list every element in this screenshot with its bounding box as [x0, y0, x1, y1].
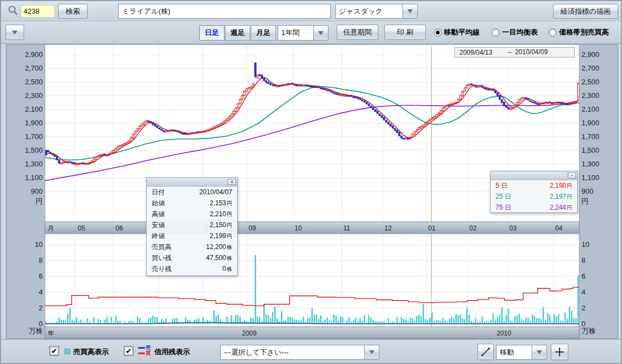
tool-mode-select[interactable]: 移動	[496, 345, 532, 360]
radio-ichimoku[interactable]: 一目均衡表	[492, 27, 538, 37]
tab-daily[interactable]: 日足	[199, 25, 224, 41]
svg-text:2,500: 2,500	[25, 78, 43, 86]
tooltip-row: 日付2010/04/07	[147, 187, 237, 198]
svg-text:2,300: 2,300	[25, 91, 43, 100]
svg-text:6: 6	[581, 272, 585, 280]
tooltip-titlebar[interactable]: ✕	[147, 178, 237, 187]
svg-text:09: 09	[249, 224, 256, 232]
chevron-down-icon	[369, 350, 375, 354]
tooltip-row: 売り残0株	[147, 263, 237, 274]
svg-text:万株: 万株	[581, 327, 596, 335]
plus-icon	[554, 346, 565, 357]
stock-code-input[interactable]	[21, 5, 55, 18]
svg-text:2,900: 2,900	[581, 50, 600, 59]
svg-text:2,700: 2,700	[25, 64, 43, 72]
toolbar-search: 検索 ジャスダック 経済指標の描画	[1, 1, 621, 21]
minimize-icon[interactable]: −	[568, 172, 576, 178]
ma-legend-window: − 5 日2,190円25 日2,197円75 日2,244円	[490, 171, 578, 213]
svg-text:1,500: 1,500	[25, 146, 43, 154]
radio-icon	[549, 28, 557, 37]
tool-mode-dropdown-button[interactable]	[532, 345, 547, 360]
footer-toolbar: ✔ 売買高表示 ✔ 売 買 信用残表示 ---選択して下さい--- 移動	[1, 339, 621, 364]
svg-text:月: 月	[48, 224, 54, 232]
legend-row: 5 日2,190円	[491, 180, 577, 191]
tooltip-row: 買い残47,500株	[147, 252, 237, 263]
crosshair-tool-button[interactable]	[551, 344, 568, 360]
range-select-dropdown-button[interactable]	[313, 25, 329, 41]
volume-color-swatch	[65, 349, 70, 354]
buy-char: 買	[146, 351, 151, 356]
date-from: 2009/04/13	[459, 49, 492, 56]
print-button[interactable]: 印 刷	[384, 25, 426, 40]
date-range-box: 2009/04/13 ～ 2010/04/09	[454, 47, 575, 57]
svg-text:11: 11	[343, 224, 350, 232]
svg-text:1,100: 1,100	[581, 174, 600, 182]
svg-text:2,300: 2,300	[581, 91, 600, 100]
svg-text:900: 900	[581, 187, 594, 195]
line-tool-icon	[481, 347, 491, 357]
svg-text:2: 2	[39, 304, 43, 312]
economic-indicator-button[interactable]: 経済指標の描画	[553, 4, 618, 19]
custom-period-button[interactable]: 任意期間	[337, 25, 378, 40]
chevron-down-icon	[407, 9, 413, 13]
svg-text:円: 円	[581, 197, 589, 205]
search-button[interactable]: 検索	[58, 4, 88, 19]
svg-text:04: 04	[555, 224, 563, 232]
sell-line-icon	[138, 347, 145, 349]
svg-text:年: 年	[48, 330, 54, 337]
svg-text:01: 01	[428, 224, 436, 232]
date-to: ～ 2010/04/09	[506, 48, 548, 57]
svg-text:02: 02	[469, 224, 477, 232]
market-select[interactable]: ジャスダック	[335, 4, 403, 19]
legend-row: 75 日2,244円	[491, 202, 577, 213]
chevron-down-icon	[537, 350, 542, 354]
volume-checkbox[interactable]: ✔	[49, 346, 59, 356]
trendline-tool-button[interactable]	[477, 344, 494, 360]
volume-checkbox-label: 売買高表示	[73, 347, 109, 357]
stock-chart-app: 検索 ジャスダック 経済指標の描画 日足 週足 月足 1年間 任意期間 印 刷 …	[0, 0, 622, 364]
svg-text:10: 10	[581, 240, 589, 249]
svg-text:2,100: 2,100	[581, 105, 600, 113]
svg-text:05: 05	[78, 224, 85, 232]
credit-checkbox[interactable]: ✔	[124, 346, 134, 356]
tooltip-row: 終値2,199円	[147, 230, 237, 241]
range-select[interactable]: 1年間	[278, 25, 314, 41]
market-select-dropdown-button[interactable]	[402, 4, 418, 19]
svg-text:円: 円	[36, 197, 43, 205]
close-icon[interactable]: ✕	[228, 179, 236, 185]
period-tab-group: 日足 週足 月足	[199, 25, 277, 41]
indicator-select-dropdown-button[interactable]	[364, 345, 379, 360]
tooltip-row: 安値2,150円	[147, 219, 237, 230]
svg-text:1,700: 1,700	[25, 132, 43, 141]
svg-text:900: 900	[31, 187, 43, 195]
legend-rows: 5 日2,190円25 日2,197円75 日2,244円	[491, 180, 577, 213]
chevron-down-icon	[318, 31, 324, 35]
ohlc-tooltip-window: ✕ 日付2010/04/07始値2,153円高値2,210円安値2,150円終値…	[146, 177, 238, 276]
stock-name-input[interactable]	[118, 4, 331, 19]
svg-text:1,300: 1,300	[581, 160, 600, 168]
tab-monthly[interactable]: 月足	[251, 25, 276, 41]
svg-text:1,900: 1,900	[581, 119, 600, 127]
radio-label: 移動平均線	[444, 27, 480, 37]
svg-text:2,700: 2,700	[581, 64, 600, 72]
credit-lines-icon: 売 買	[138, 345, 152, 357]
svg-text:2009: 2009	[242, 330, 257, 337]
indicator-select[interactable]: ---選択して下さい---	[220, 345, 365, 360]
radio-moving-average[interactable]: 移動平均線	[434, 27, 480, 37]
svg-text:1,900: 1,900	[25, 119, 43, 127]
legend-titlebar[interactable]: −	[491, 171, 577, 180]
svg-text:2,900: 2,900	[25, 50, 43, 59]
svg-text:2010: 2010	[497, 330, 511, 337]
svg-text:10: 10	[295, 224, 302, 232]
tooltip-rows: 日付2010/04/07始値2,153円高値2,210円安値2,150円終値2,…	[147, 187, 237, 274]
toolbar-chart-options: 日足 週足 月足 1年間 任意期間 印 刷 移動平均線 一目均衡表 価格帯別売買…	[1, 21, 621, 44]
expand-panel-button[interactable]	[5, 25, 24, 40]
svg-text:1,300: 1,300	[25, 160, 43, 168]
radio-price-volume[interactable]: 価格帯別売買高	[549, 27, 609, 37]
radio-selected-icon	[434, 28, 442, 37]
tooltip-row: 売買高12,200株	[147, 241, 237, 252]
svg-text:4: 4	[581, 288, 585, 296]
tab-weekly[interactable]: 週足	[225, 25, 250, 41]
month-axis-bar	[45, 222, 579, 234]
svg-text:1,700: 1,700	[581, 132, 600, 141]
